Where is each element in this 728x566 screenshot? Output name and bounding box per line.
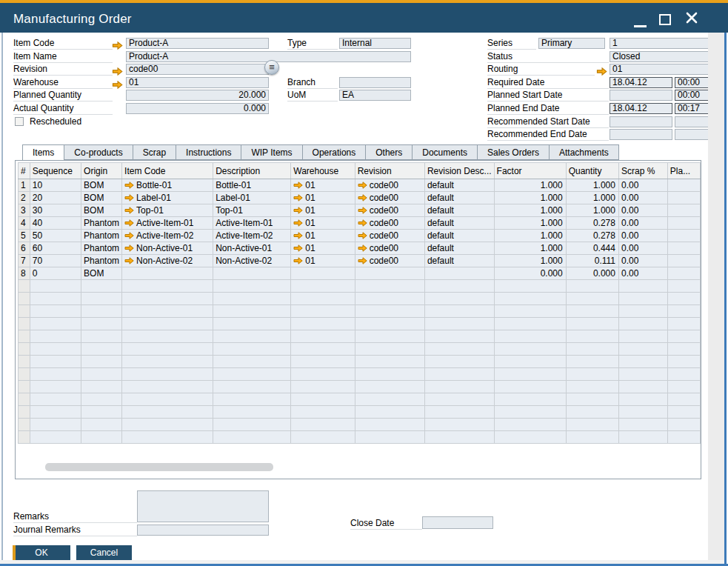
tab-operations[interactable]: Operations xyxy=(303,144,367,160)
cell-sequence[interactable] xyxy=(30,393,81,406)
type-field[interactable]: Internal xyxy=(339,38,411,49)
cell-scrap[interactable]: 0.00 xyxy=(618,192,667,204)
planned-start-date-field[interactable] xyxy=(610,90,672,101)
cell-revision_desc[interactable]: default xyxy=(424,204,494,217)
link-arrow-icon[interactable] xyxy=(124,181,134,191)
cell-pla[interactable] xyxy=(667,330,700,343)
link-arrow-icon[interactable] xyxy=(293,244,303,254)
link-arrow-icon[interactable] xyxy=(358,244,367,254)
cell-item_code[interactable] xyxy=(122,318,213,330)
cell-description[interactable] xyxy=(213,343,291,356)
link-arrow-icon[interactable] xyxy=(596,65,607,73)
recommended-start-date-field[interactable] xyxy=(610,116,672,127)
cell-origin[interactable] xyxy=(81,318,122,330)
cell-revision[interactable]: code00 xyxy=(355,242,424,255)
cell-sequence[interactable] xyxy=(30,406,81,419)
cell-item_code[interactable] xyxy=(122,293,213,305)
remarks-textarea[interactable] xyxy=(137,490,269,522)
cell-factor[interactable]: 1.000 xyxy=(494,242,566,255)
cell-quantity[interactable] xyxy=(566,343,618,356)
cell-scrap[interactable] xyxy=(618,318,667,330)
cell-item_code[interactable] xyxy=(122,393,213,406)
cell-revision[interactable] xyxy=(355,343,424,356)
cell-warehouse[interactable] xyxy=(291,318,355,330)
cell-item_code[interactable]: Bottle-01 xyxy=(122,179,213,192)
journal-remarks-field[interactable] xyxy=(137,525,269,536)
cell-factor[interactable]: 0.000 xyxy=(494,267,566,280)
uom-field[interactable]: EA xyxy=(339,90,411,101)
tab-wip-items[interactable]: WIP Items xyxy=(241,144,302,160)
cell-revision_desc[interactable] xyxy=(424,267,494,280)
close-date-field[interactable] xyxy=(422,516,493,529)
cell-quantity[interactable]: 1.000 xyxy=(566,192,618,204)
cell-factor[interactable]: 1.000 xyxy=(494,192,566,204)
cell-quantity[interactable] xyxy=(566,431,618,444)
cell-origin[interactable]: BOM xyxy=(81,267,122,280)
cell-num[interactable] xyxy=(19,356,30,368)
item-code-field[interactable]: Product-A xyxy=(126,38,269,49)
series-field[interactable]: Primary xyxy=(538,38,605,49)
cell-description[interactable] xyxy=(213,267,291,280)
cell-origin[interactable] xyxy=(81,356,122,368)
cell-revision[interactable] xyxy=(355,368,424,381)
link-arrow-icon[interactable] xyxy=(112,39,123,47)
cell-pla[interactable] xyxy=(667,192,700,204)
cell-factor[interactable] xyxy=(494,381,566,393)
link-arrow-icon[interactable] xyxy=(358,219,367,229)
cell-pla[interactable] xyxy=(667,368,700,381)
tab-co-products[interactable]: Co-products xyxy=(64,144,133,160)
cell-description[interactable] xyxy=(213,293,291,305)
link-arrow-icon[interactable] xyxy=(124,193,134,204)
cell-quantity[interactable] xyxy=(566,393,618,406)
cell-factor[interactable]: 1.000 xyxy=(494,255,566,267)
cell-revision_desc[interactable] xyxy=(424,293,494,305)
cell-revision[interactable] xyxy=(355,267,424,280)
cell-sequence[interactable]: 0 xyxy=(30,267,81,280)
cell-revision_desc[interactable]: default xyxy=(424,242,494,255)
cell-warehouse[interactable] xyxy=(291,406,355,419)
cell-origin[interactable] xyxy=(81,330,122,343)
cell-scrap[interactable]: 0.00 xyxy=(618,267,667,280)
cell-quantity[interactable] xyxy=(566,368,618,381)
cell-description[interactable]: Active-Item-02 xyxy=(213,230,291,242)
cell-sequence[interactable] xyxy=(30,356,81,368)
cell-factor[interactable] xyxy=(494,419,566,431)
cell-revision[interactable]: code00 xyxy=(355,255,424,267)
cell-origin[interactable] xyxy=(81,280,122,293)
cell-num[interactable] xyxy=(19,393,30,406)
cell-origin[interactable]: Phantom xyxy=(81,255,122,267)
cell-sequence[interactable] xyxy=(30,381,81,393)
cell-sequence[interactable]: 60 xyxy=(30,242,81,255)
link-arrow-icon[interactable] xyxy=(358,231,367,242)
cell-pla[interactable] xyxy=(667,179,700,192)
cell-warehouse[interactable]: 01 xyxy=(291,230,355,242)
cell-scrap[interactable] xyxy=(618,431,667,444)
cell-num[interactable] xyxy=(19,419,30,431)
tab-items[interactable]: Items xyxy=(22,144,64,161)
cell-revision_desc[interactable] xyxy=(424,305,494,318)
cell-origin[interactable]: Phantom xyxy=(81,242,122,255)
cell-item_code[interactable] xyxy=(122,431,213,444)
cell-num[interactable]: 1 xyxy=(19,179,30,192)
cell-warehouse[interactable]: 01 xyxy=(291,217,355,230)
cell-sequence[interactable]: 10 xyxy=(30,179,81,192)
cell-item_code[interactable]: Active-Item-02 xyxy=(122,230,213,242)
cell-num[interactable] xyxy=(19,381,30,393)
cell-sequence[interactable] xyxy=(30,330,81,343)
cell-description[interactable]: Non-Active-02 xyxy=(213,255,291,267)
series-number-field[interactable]: 1 xyxy=(610,38,718,49)
cell-pla[interactable] xyxy=(667,305,700,318)
tab-sales-orders[interactable]: Sales Orders xyxy=(478,144,550,160)
cell-description[interactable] xyxy=(213,305,291,318)
cell-revision[interactable] xyxy=(355,330,424,343)
link-arrow-icon[interactable] xyxy=(293,181,303,191)
cell-revision[interactable] xyxy=(355,318,424,330)
cell-pla[interactable] xyxy=(667,393,700,406)
cell-factor[interactable]: 1.000 xyxy=(494,179,566,192)
cell-revision_desc[interactable] xyxy=(424,280,494,293)
cell-origin[interactable] xyxy=(81,381,122,393)
link-arrow-icon[interactable] xyxy=(112,79,123,87)
cell-quantity[interactable] xyxy=(566,305,618,318)
cell-factor[interactable] xyxy=(494,293,566,305)
close-icon[interactable] xyxy=(685,11,700,26)
